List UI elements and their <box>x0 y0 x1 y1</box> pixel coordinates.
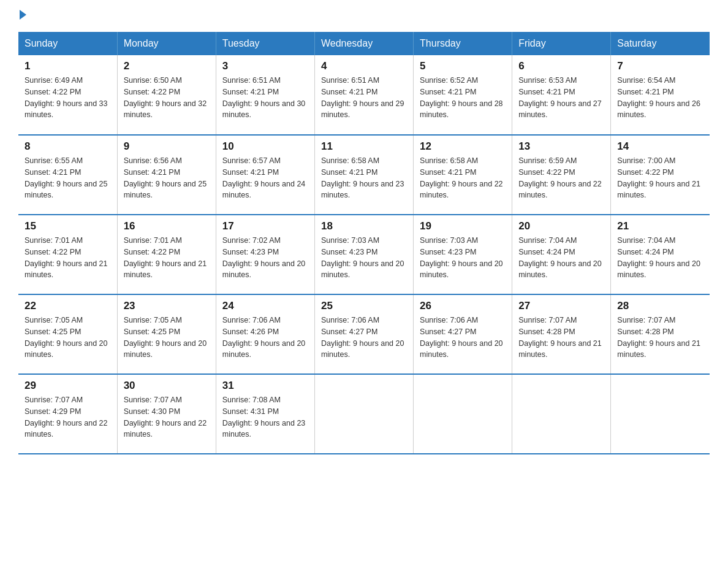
day-number: 23 <box>124 300 210 312</box>
day-number: 30 <box>124 380 210 392</box>
day-info: Sunrise: 7:04 AM Sunset: 4:24 PM Dayligh… <box>518 235 604 281</box>
day-info: Sunrise: 6:58 AM Sunset: 4:21 PM Dayligh… <box>321 155 407 201</box>
day-number: 4 <box>321 60 407 72</box>
calendar-cell: 16 Sunrise: 7:01 AM Sunset: 4:22 PM Dayl… <box>117 215 216 294</box>
day-info: Sunrise: 6:54 AM Sunset: 4:21 PM Dayligh… <box>617 75 703 121</box>
page-header <box>18 12 710 20</box>
day-number: 12 <box>420 140 506 153</box>
day-number: 10 <box>222 140 308 153</box>
day-number: 28 <box>617 300 703 312</box>
calendar-cell: 22 Sunrise: 7:05 AM Sunset: 4:25 PM Dayl… <box>18 294 117 374</box>
calendar-cell: 21 Sunrise: 7:04 AM Sunset: 4:24 PM Dayl… <box>611 215 710 294</box>
calendar-cell: 20 Sunrise: 7:04 AM Sunset: 4:24 PM Dayl… <box>512 215 611 294</box>
day-info: Sunrise: 6:49 AM Sunset: 4:22 PM Dayligh… <box>25 75 111 121</box>
day-info: Sunrise: 7:06 AM Sunset: 4:27 PM Dayligh… <box>420 315 506 361</box>
day-info: Sunrise: 6:51 AM Sunset: 4:21 PM Dayligh… <box>222 75 308 121</box>
day-number: 14 <box>617 140 703 153</box>
calendar-cell <box>512 374 611 454</box>
day-info: Sunrise: 6:52 AM Sunset: 4:21 PM Dayligh… <box>420 75 506 121</box>
day-info: Sunrise: 7:01 AM Sunset: 4:22 PM Dayligh… <box>124 235 210 281</box>
weekday-header-monday: Monday <box>117 32 216 55</box>
calendar-cell: 7 Sunrise: 6:54 AM Sunset: 4:21 PM Dayli… <box>611 55 710 135</box>
day-info: Sunrise: 7:05 AM Sunset: 4:25 PM Dayligh… <box>124 315 210 361</box>
calendar-cell: 13 Sunrise: 6:59 AM Sunset: 4:22 PM Dayl… <box>512 135 611 215</box>
weekday-header-tuesday: Tuesday <box>216 32 314 55</box>
day-info: Sunrise: 7:06 AM Sunset: 4:26 PM Dayligh… <box>222 315 308 361</box>
calendar-cell: 23 Sunrise: 7:05 AM Sunset: 4:25 PM Dayl… <box>117 294 216 374</box>
calendar-cell: 17 Sunrise: 7:02 AM Sunset: 4:23 PM Dayl… <box>216 215 314 294</box>
day-number: 27 <box>518 300 604 312</box>
calendar-cell <box>611 374 710 454</box>
day-info: Sunrise: 7:04 AM Sunset: 4:24 PM Dayligh… <box>617 235 703 281</box>
calendar-cell: 6 Sunrise: 6:53 AM Sunset: 4:21 PM Dayli… <box>512 55 611 135</box>
calendar-cell: 31 Sunrise: 7:08 AM Sunset: 4:31 PM Dayl… <box>216 374 314 454</box>
weekday-header-saturday: Saturday <box>611 32 710 55</box>
day-info: Sunrise: 7:01 AM Sunset: 4:22 PM Dayligh… <box>25 235 111 281</box>
day-number: 7 <box>617 60 703 72</box>
calendar-header-row: SundayMondayTuesdayWednesdayThursdayFrid… <box>18 32 710 55</box>
calendar-cell: 30 Sunrise: 7:07 AM Sunset: 4:30 PM Dayl… <box>117 374 216 454</box>
calendar-cell: 4 Sunrise: 6:51 AM Sunset: 4:21 PM Dayli… <box>314 55 413 135</box>
day-info: Sunrise: 7:03 AM Sunset: 4:23 PM Dayligh… <box>321 235 407 281</box>
day-info: Sunrise: 7:03 AM Sunset: 4:23 PM Dayligh… <box>420 235 506 281</box>
day-number: 25 <box>321 300 407 312</box>
day-number: 31 <box>222 380 308 392</box>
weekday-header-sunday: Sunday <box>18 32 117 55</box>
calendar-week-row: 8 Sunrise: 6:55 AM Sunset: 4:21 PM Dayli… <box>18 135 710 215</box>
day-info: Sunrise: 7:07 AM Sunset: 4:28 PM Dayligh… <box>617 315 703 361</box>
day-number: 11 <box>321 140 407 153</box>
day-info: Sunrise: 7:06 AM Sunset: 4:27 PM Dayligh… <box>321 315 407 361</box>
day-info: Sunrise: 6:53 AM Sunset: 4:21 PM Dayligh… <box>518 75 604 121</box>
day-info: Sunrise: 6:55 AM Sunset: 4:21 PM Dayligh… <box>25 155 111 201</box>
day-number: 17 <box>222 220 308 232</box>
calendar-cell: 25 Sunrise: 7:06 AM Sunset: 4:27 PM Dayl… <box>314 294 413 374</box>
day-info: Sunrise: 6:51 AM Sunset: 4:21 PM Dayligh… <box>321 75 407 121</box>
logo-arrow-icon <box>20 10 26 20</box>
day-number: 6 <box>518 60 604 72</box>
weekday-header-friday: Friday <box>512 32 611 55</box>
calendar-cell: 28 Sunrise: 7:07 AM Sunset: 4:28 PM Dayl… <box>611 294 710 374</box>
day-number: 1 <box>25 60 111 72</box>
calendar-cell: 18 Sunrise: 7:03 AM Sunset: 4:23 PM Dayl… <box>314 215 413 294</box>
day-info: Sunrise: 7:00 AM Sunset: 4:22 PM Dayligh… <box>617 155 703 201</box>
calendar-cell: 15 Sunrise: 7:01 AM Sunset: 4:22 PM Dayl… <box>18 215 117 294</box>
day-number: 15 <box>25 220 111 232</box>
calendar-cell: 2 Sunrise: 6:50 AM Sunset: 4:22 PM Dayli… <box>117 55 216 135</box>
calendar-cell: 11 Sunrise: 6:58 AM Sunset: 4:21 PM Dayl… <box>314 135 413 215</box>
calendar-cell: 5 Sunrise: 6:52 AM Sunset: 4:21 PM Dayli… <box>414 55 512 135</box>
weekday-header-thursday: Thursday <box>414 32 512 55</box>
day-number: 16 <box>124 220 210 232</box>
calendar-cell: 26 Sunrise: 7:06 AM Sunset: 4:27 PM Dayl… <box>414 294 512 374</box>
day-info: Sunrise: 6:59 AM Sunset: 4:22 PM Dayligh… <box>518 155 604 201</box>
day-number: 8 <box>25 140 111 153</box>
day-number: 2 <box>124 60 210 72</box>
calendar-cell: 8 Sunrise: 6:55 AM Sunset: 4:21 PM Dayli… <box>18 135 117 215</box>
calendar-week-row: 1 Sunrise: 6:49 AM Sunset: 4:22 PM Dayli… <box>18 55 710 135</box>
weekday-header-wednesday: Wednesday <box>314 32 413 55</box>
day-info: Sunrise: 6:58 AM Sunset: 4:21 PM Dayligh… <box>420 155 506 201</box>
day-info: Sunrise: 6:50 AM Sunset: 4:22 PM Dayligh… <box>124 75 210 121</box>
calendar-week-row: 15 Sunrise: 7:01 AM Sunset: 4:22 PM Dayl… <box>18 215 710 294</box>
calendar-cell: 12 Sunrise: 6:58 AM Sunset: 4:21 PM Dayl… <box>414 135 512 215</box>
day-info: Sunrise: 7:08 AM Sunset: 4:31 PM Dayligh… <box>222 394 308 440</box>
day-number: 20 <box>518 220 604 232</box>
calendar-cell: 10 Sunrise: 6:57 AM Sunset: 4:21 PM Dayl… <box>216 135 314 215</box>
day-info: Sunrise: 7:05 AM Sunset: 4:25 PM Dayligh… <box>25 315 111 361</box>
calendar-cell: 14 Sunrise: 7:00 AM Sunset: 4:22 PM Dayl… <box>611 135 710 215</box>
day-number: 29 <box>25 380 111 392</box>
calendar-table: SundayMondayTuesdayWednesdayThursdayFrid… <box>18 32 710 454</box>
day-info: Sunrise: 6:57 AM Sunset: 4:21 PM Dayligh… <box>222 155 308 201</box>
day-number: 26 <box>420 300 506 312</box>
calendar-cell: 3 Sunrise: 6:51 AM Sunset: 4:21 PM Dayli… <box>216 55 314 135</box>
logo <box>18 12 26 20</box>
day-number: 19 <box>420 220 506 232</box>
day-number: 18 <box>321 220 407 232</box>
day-number: 22 <box>25 300 111 312</box>
day-info: Sunrise: 6:56 AM Sunset: 4:21 PM Dayligh… <box>124 155 210 201</box>
calendar-week-row: 29 Sunrise: 7:07 AM Sunset: 4:29 PM Dayl… <box>18 374 710 454</box>
day-info: Sunrise: 7:07 AM Sunset: 4:28 PM Dayligh… <box>518 315 604 361</box>
day-number: 13 <box>518 140 604 153</box>
day-number: 24 <box>222 300 308 312</box>
calendar-cell: 27 Sunrise: 7:07 AM Sunset: 4:28 PM Dayl… <box>512 294 611 374</box>
day-info: Sunrise: 7:02 AM Sunset: 4:23 PM Dayligh… <box>222 235 308 281</box>
